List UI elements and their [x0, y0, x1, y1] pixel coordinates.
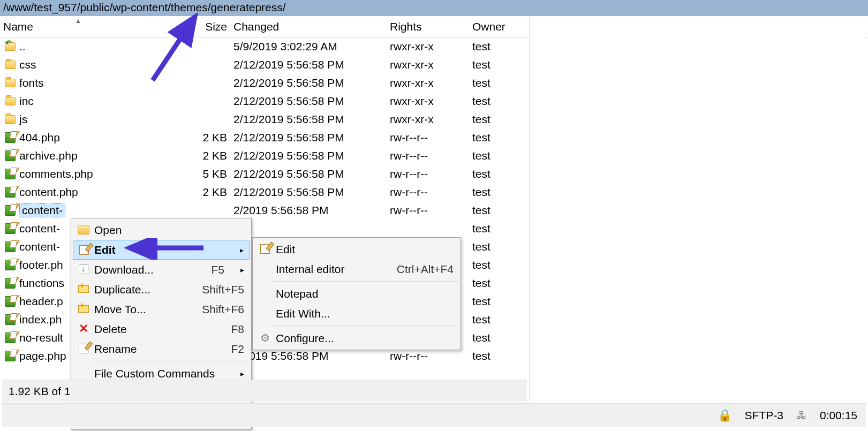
submenu-arrow-icon: ▸ [240, 266, 244, 274]
php-file-icon [4, 168, 16, 180]
ctx-edit[interactable]: Edit ▸ [73, 240, 250, 260]
php-file-icon [4, 277, 16, 289]
file-owner: test [469, 149, 528, 162]
file-owner: test [469, 259, 528, 271]
sub-notepad[interactable]: Notepad [254, 284, 459, 304]
sub-internal-shortcut: Ctrl+Alt+F4 [397, 263, 454, 276]
file-rights: rw-r--r-- [387, 204, 469, 217]
status-time: 0:00:15 [820, 409, 857, 422]
move-icon [77, 303, 90, 315]
col-header-owner[interactable]: Owner [469, 18, 528, 35]
php-file-icon [4, 223, 16, 235]
lock-icon: 🔒 [718, 409, 732, 422]
file-name: index.ph [19, 313, 62, 326]
file-rights: rw-r--r-- [387, 131, 469, 144]
file-changed: 2/12/2019 5:56:58 PM [230, 168, 387, 180]
file-changed: 2/2019 5:56:58 PM [230, 350, 387, 362]
file-changed: 2/12/2019 5:56:58 PM [230, 58, 387, 71]
file-rights: rwxr-xr-x [387, 40, 469, 53]
file-name: content.php [19, 186, 78, 199]
path-text: /www/test_957/public/wp-content/themes/g… [3, 1, 286, 13]
col-header-name[interactable]: Name [0, 18, 197, 35]
php-file-icon [4, 296, 16, 307]
file-owner: test [469, 295, 528, 308]
ctx-edit-label: Edit [94, 244, 224, 256]
sub-edit-label: Edit [276, 243, 454, 256]
sub-edit[interactable]: Edit [254, 239, 459, 259]
submenu-arrow-icon: ▸ [240, 246, 244, 254]
file-name: inc [19, 95, 34, 108]
php-file-icon [4, 205, 16, 216]
ctx-moveto[interactable]: Move To... Shift+F6 [73, 299, 250, 319]
file-changed: 2/12/2019 5:56:58 PM [230, 149, 387, 162]
file-name: comments.php [19, 168, 93, 180]
file-name: no-result [19, 331, 63, 344]
file-changed: 2/12/2019 5:56:58 PM [230, 113, 387, 126]
ctx-delete[interactable]: ✕ Delete F8 [73, 319, 250, 339]
file-owner: test [469, 58, 528, 71]
file-rights: rwxr-xr-x [387, 95, 469, 108]
sub-editwith-label: Edit With... [276, 307, 454, 320]
file-owner: test [469, 40, 528, 53]
delete-icon: ✕ [77, 322, 90, 335]
sub-internal-editor[interactable]: Internal editor Ctrl+Alt+F4 [254, 259, 459, 279]
ctx-fcc-label: File Custom Commands [94, 367, 224, 380]
edit-icon [78, 244, 90, 256]
folder-icon [4, 95, 16, 107]
sub-configure-label: Configure... [276, 332, 454, 345]
ctx-rename[interactable]: Rename F2 [73, 339, 250, 359]
menu-separator [274, 326, 458, 326]
path-bar[interactable]: /www/test_957/public/wp-content/themes/g… [0, 0, 868, 16]
file-owner: test [469, 77, 528, 89]
file-owner: test [469, 168, 528, 180]
file-changed: 2/12/2019 5:56:58 PM [230, 95, 387, 108]
edit-icon [259, 243, 271, 255]
file-owner: test [469, 186, 528, 199]
file-name: content- [19, 222, 60, 235]
file-name: footer.ph [19, 259, 63, 271]
col-header-rights[interactable]: Rights [387, 18, 469, 35]
php-file-icon [4, 241, 16, 253]
file-name: page.php [19, 350, 66, 362]
file-size: 2 KB [197, 186, 230, 199]
folder-open-icon [77, 223, 90, 236]
download-icon [77, 263, 90, 276]
file-rights: rwxr-xr-x [387, 77, 469, 89]
php-file-icon [4, 186, 16, 198]
ctx-open[interactable]: Open [73, 220, 250, 240]
sub-internal-label: Internal editor [276, 263, 381, 276]
gear-icon: ⚙ [259, 331, 271, 344]
ctx-duplicate[interactable]: Duplicate... Shift+F5 [73, 279, 250, 299]
ctx-download[interactable]: Download... F5 ▸ [73, 260, 250, 279]
file-rights: rw-r--r-- [387, 149, 469, 162]
file-owner: test [469, 313, 528, 326]
php-file-icon [4, 259, 16, 271]
file-name: functions [19, 277, 64, 290]
file-name: fonts [19, 77, 44, 89]
status-protocol[interactable]: SFTP-3 [745, 409, 783, 422]
sub-configure[interactable]: ⚙ Configure... [254, 328, 459, 348]
ctx-delete-label: Delete [94, 323, 215, 336]
col-header-size[interactable]: Size [197, 18, 230, 35]
ctx-open-label: Open [94, 224, 244, 237]
file-owner: test [469, 277, 528, 290]
sub-edit-with[interactable]: Edit With... [254, 304, 459, 323]
ctx-duplicate-label: Duplicate... [94, 283, 186, 296]
network-icon: 🖧 [796, 410, 807, 422]
col-header-changed[interactable]: Changed [230, 18, 387, 35]
file-rights: rw-r--r-- [387, 168, 469, 180]
parent-folder-icon [4, 41, 16, 52]
file-rights: rwxr-xr-x [387, 113, 469, 126]
ctx-duplicate-shortcut: Shift+F5 [202, 283, 244, 296]
php-file-icon [4, 350, 16, 362]
file-size: 2 KB [197, 131, 230, 144]
folder-icon [4, 77, 16, 89]
file-name: .. [19, 40, 26, 53]
file-owner: test [469, 113, 528, 126]
ctx-download-shortcut: F5 [211, 263, 224, 276]
file-owner: test [469, 95, 528, 108]
file-rights: rw-r--r-- [387, 186, 469, 199]
ctx-delete-shortcut: F8 [231, 323, 244, 336]
ctx-download-label: Download... [94, 263, 195, 276]
right-pane [529, 16, 866, 402]
